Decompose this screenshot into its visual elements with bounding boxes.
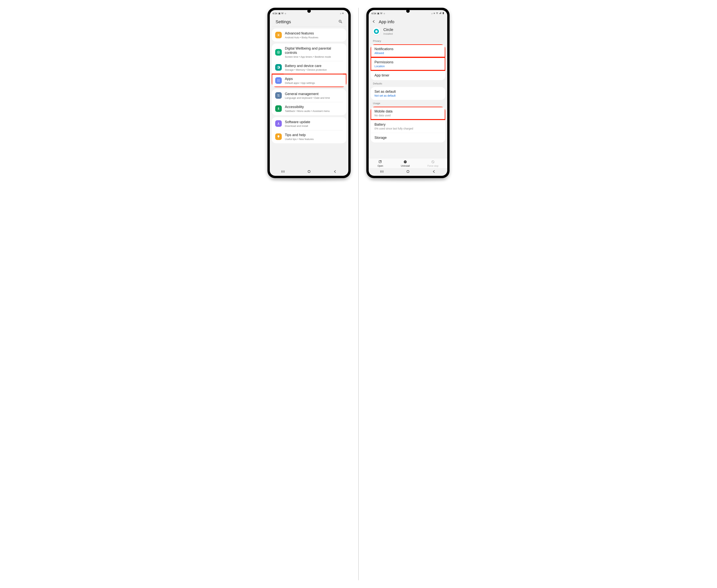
row-permissions[interactable]: Permissions Location	[371, 57, 445, 70]
row-battery[interactable]: Battery 0% used since last fully charged	[371, 120, 445, 133]
force-stop-label: Force stop	[428, 165, 438, 167]
row-storage[interactable]: Storage	[371, 133, 445, 143]
row-title: Advanced features	[285, 31, 318, 36]
row-mobile-data[interactable]: Mobile data No data used	[371, 107, 445, 120]
row-sub: Download and install	[285, 125, 310, 127]
row-title: Apps	[285, 77, 315, 81]
home-button[interactable]	[307, 169, 311, 174]
section-usage: Mobile data No data used Battery 0% used…	[371, 107, 445, 143]
row-sub: No data used	[374, 114, 441, 117]
row-title: Digital Wellbeing and parental controls	[285, 46, 343, 55]
vibrate-icon: ✕	[342, 12, 344, 15]
page-title: App info	[379, 19, 394, 24]
wellbeing-icon	[275, 49, 282, 56]
row-app-timer[interactable]: App timer	[371, 70, 445, 80]
recents-button[interactable]	[380, 169, 384, 174]
settings-row-wellbeing[interactable]: Digital Wellbeing and parental controls …	[272, 44, 346, 61]
settings-group: Advanced features Android Auto • Bixby R…	[272, 28, 346, 42]
svg-rect-26	[405, 162, 406, 162]
home-button[interactable]	[406, 169, 410, 174]
screen-left: 4:54 ▣ M ☼ ⌕ ✕ Settings	[270, 10, 348, 176]
image-icon: ▣	[377, 12, 379, 15]
front-camera	[406, 9, 410, 13]
open-label: Open	[377, 165, 383, 167]
svg-point-9	[279, 80, 279, 80]
phone-frame-left: 4:54 ▣ M ☼ ⌕ ✕ Settings	[267, 8, 351, 178]
battery-icon	[442, 12, 444, 15]
row-title: Tips and help	[285, 133, 314, 137]
vpn-key-icon: ⌕	[340, 12, 341, 15]
settings-row-battery-care[interactable]: Battery and device care Storage • Memory…	[272, 61, 346, 74]
section-label-usage: Usage	[369, 101, 447, 106]
row-title: Accessibility	[285, 105, 330, 109]
row-title: Notifications	[374, 47, 441, 51]
section-defaults: Set as default Not set as default	[371, 87, 445, 100]
back-button[interactable]	[333, 169, 337, 174]
settings-row-software-update[interactable]: Software update Download and install	[272, 117, 346, 130]
open-button[interactable]: Open	[377, 160, 383, 167]
settings-header: Settings	[272, 17, 346, 26]
gmail-icon: M	[281, 12, 283, 15]
settings-row-tips[interactable]: Tips and help Useful tips • New features	[272, 130, 346, 143]
tips-icon	[275, 133, 282, 140]
row-set-default[interactable]: Set as default Not set as default	[371, 87, 445, 100]
row-title: Set as default	[374, 90, 441, 94]
force-stop-button: Force stop	[428, 160, 438, 167]
row-sub: Default apps • App settings	[285, 82, 315, 84]
front-camera	[307, 9, 311, 13]
software-update-icon	[275, 120, 282, 127]
svg-rect-23	[443, 12, 443, 12]
section-label-privacy: Privacy	[369, 38, 447, 44]
svg-point-2	[339, 20, 341, 22]
svg-point-14	[278, 94, 279, 95]
circle-app-icon	[372, 27, 380, 35]
svg-rect-21	[308, 171, 310, 173]
settings-row-advanced-features[interactable]: Advanced features Android Auto • Bixby R…	[272, 28, 346, 42]
row-sub: TalkBack • Mono audio • Assistant menu	[285, 110, 330, 112]
row-sub: Language and keyboard • Date and time	[285, 97, 330, 99]
row-title: Storage	[374, 136, 441, 140]
svg-rect-32	[407, 171, 409, 173]
back-button[interactable]	[432, 169, 436, 174]
svg-point-4	[278, 34, 279, 36]
signal-icon	[439, 12, 441, 15]
svg-point-8	[278, 80, 278, 80]
row-sub: 0% used since last fully charged	[374, 127, 441, 130]
search-icon[interactable]	[338, 19, 343, 24]
settings-group: General management Language and keyboard…	[272, 89, 346, 115]
row-title: Battery	[374, 123, 441, 127]
row-notifications[interactable]: Notifications Allowed	[371, 44, 445, 57]
image-icon: ▣	[278, 12, 280, 15]
uninstall-button[interactable]: Uninstall	[401, 160, 410, 167]
android-nav-bar	[369, 168, 447, 176]
svg-point-6	[278, 52, 279, 52]
svg-point-10	[278, 81, 278, 82]
section-label-defaults: Defaults	[369, 81, 447, 86]
row-title: App timer	[374, 74, 441, 78]
svg-rect-22	[443, 12, 444, 14]
svg-point-15	[279, 96, 279, 97]
advanced-features-icon	[275, 32, 282, 38]
recents-button[interactable]	[281, 169, 285, 174]
apps-icon	[275, 77, 282, 84]
back-icon[interactable]	[372, 19, 376, 24]
settings-group: Software update Download and install Tip…	[272, 117, 346, 143]
uninstall-label: Uninstall	[401, 165, 410, 167]
row-title: Software update	[285, 120, 310, 124]
svg-line-28	[432, 161, 434, 163]
row-title: Permissions	[374, 60, 441, 64]
row-sub: Useful tips • New features	[285, 138, 314, 141]
settings-row-apps[interactable]: Apps Default apps • App settings	[272, 74, 346, 87]
weather-icon: ☼	[383, 12, 385, 15]
gmail-icon: M	[380, 12, 382, 15]
vpn-key-icon: ⌕	[431, 12, 433, 15]
wifi-icon	[436, 12, 438, 15]
settings-row-accessibility[interactable]: Accessibility TalkBack • Mono audio • As…	[272, 102, 346, 115]
app-info-summary: Circle Installed	[369, 25, 447, 38]
row-sub: Storage • Memory • Device protection	[285, 68, 327, 71]
row-sub: Android Auto • Bixby Routines	[285, 36, 318, 39]
settings-row-general[interactable]: General management Language and keyboard…	[272, 89, 346, 102]
svg-line-3	[341, 22, 342, 23]
page-title: Settings	[276, 19, 291, 24]
row-title: General management	[285, 92, 330, 96]
